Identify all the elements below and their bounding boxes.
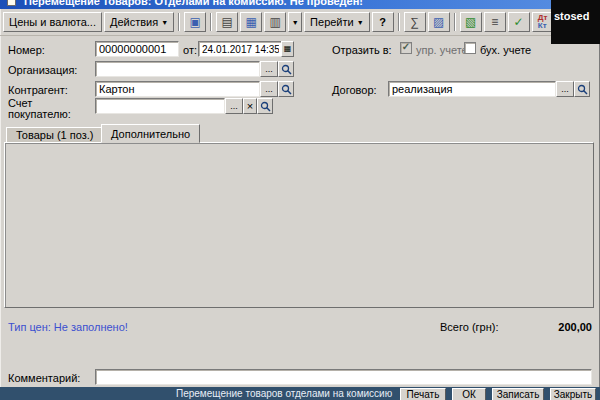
magnifier-icon [281,84,292,95]
price-type-hint[interactable]: Тип цен: Не заполнено! [8,321,128,333]
document-window: Перемещение товаров: Отделами на комисси… [0,0,600,400]
print-form-button[interactable]: ▨ [428,12,450,32]
goto-button[interactable]: Перейти ▼ [304,12,370,32]
invoice-clear-button[interactable]: × [243,98,257,114]
watermark-text: stosed [554,10,589,22]
date-input[interactable] [198,41,294,57]
additional-tab-panel [4,142,594,308]
calendar-button[interactable]: ▦ [281,41,294,57]
help-icon: ? [379,16,386,28]
window-icon [7,0,16,6]
structure-button[interactable]: ▦ [240,12,262,32]
bottom-command-bar: Перемещение товаров отделами на комиссию… [0,387,600,400]
contragent-open-button[interactable] [278,81,294,97]
buh-checkbox[interactable] [464,42,476,54]
window-title: Перемещение товаров: Отделами на комисси… [24,0,363,7]
movements-icon: ▥ [269,16,280,28]
total-value: 200,00 [510,321,592,333]
tab-additional-label: Дополнительно [111,128,190,140]
organization-input[interactable] [95,61,260,77]
toolbar-separator [178,13,180,31]
prices-currency-label: Цены и валюта... [9,16,96,28]
related-icon: ▧ [465,16,476,28]
clear-icon: × [247,100,253,112]
comment-input[interactable] [95,369,592,385]
ok-button[interactable]: ОК [452,388,486,400]
print-button[interactable]: Печать [400,388,446,400]
number-input[interactable] [95,41,179,57]
command-toolbar: Цены и валюта... Действия ▼ ▣ ▤ ▦ ▥ ▼ Пе… [0,9,600,36]
dtkt-icon: Дт Кт [538,14,548,30]
magnifier-icon [260,101,271,112]
ellipsis-icon: ... [265,63,273,75]
date-label: от: [183,44,197,56]
contract-select-button[interactable]: ... [556,81,574,97]
copy-icon: ▣ [189,16,200,28]
chevron-down-icon: ▼ [357,19,364,26]
organization-select-button[interactable]: ... [260,61,278,77]
copy-button[interactable]: ▣ [184,12,206,32]
magnifier-icon [577,84,588,95]
contragent-select-button[interactable]: ... [260,81,278,97]
help-button[interactable]: ? [372,12,394,32]
list-button[interactable]: ≡ [484,12,506,32]
ellipsis-icon: ... [230,100,238,112]
actions-button[interactable]: Действия ▼ [104,12,174,32]
report-icon: ∑ [410,16,419,28]
toolbar-separator [210,13,212,31]
toolbar-separator [454,13,456,31]
close-button-label: Закрыть [554,389,593,400]
save-button[interactable]: Записать [492,388,544,400]
save-button-label: Записать [497,389,540,400]
buh-checkbox-label: бух. учете [480,44,531,56]
invoice-input[interactable] [95,98,225,114]
report-button[interactable]: ∑ [404,12,426,32]
contragent-label: Контрагент: [8,84,68,96]
check-icon: ✓ [514,16,524,28]
chevron-down-icon: ▼ [161,19,168,26]
invoice-label: Счет покупателю: [8,98,90,120]
print-button-label: Печать [407,389,440,400]
chevron-down-icon: ▼ [292,19,299,26]
bottom-bar-caption: Перемещение товаров отделами на комиссию [176,388,392,399]
ellipsis-icon: ... [561,83,569,95]
toolbar-separator [398,13,400,31]
magnifier-icon [281,64,292,75]
kt-label: Кт [538,22,548,30]
checkmark-icon: ✓ [402,42,410,52]
organization-open-button[interactable] [278,61,294,77]
reflect-label: Отразить в: [332,44,392,56]
structure-icon: ▦ [245,16,256,28]
upr-checkbox[interactable]: ✓ [400,42,412,54]
tab-goods-label: Товары (1 поз.) [16,129,93,141]
ok-button-label: ОК [462,389,476,400]
goto-label: Перейти [310,16,354,28]
number-label: Номер: [8,44,45,56]
upr-checkbox-label: упр. учете [416,44,468,56]
window-titlebar: Перемещение товаров: Отделами на комисси… [0,0,600,9]
invoice-select-button[interactable]: ... [225,98,243,114]
reread-icon: ▤ [221,16,232,28]
list-icon: ≡ [491,16,498,28]
close-button[interactable]: Закрыть [550,388,596,400]
contract-label: Договор: [332,84,377,96]
check-button[interactable]: ✓ [508,12,530,32]
contragent-input[interactable] [95,81,260,97]
total-label: Всего (грн): [440,321,499,333]
invoice-open-button[interactable] [257,98,273,114]
comment-label: Комментарий: [8,372,80,384]
actions-label: Действия [110,16,158,28]
print-icon: ▨ [433,16,444,28]
organization-label: Организация: [8,64,77,76]
calendar-icon: ▦ [284,43,292,55]
overlay-corner-block: stosed [551,0,600,44]
related-docs-button[interactable]: ▧ [460,12,482,32]
contract-input[interactable] [388,81,556,97]
tab-additional[interactable]: Дополнительно [101,124,200,143]
prices-currency-button[interactable]: Цены и валюта... [3,12,102,32]
movements-button[interactable]: ▥ [264,12,286,32]
contract-open-button[interactable] [574,81,590,97]
more-actions-button[interactable]: ▼ [288,12,302,32]
reread-button[interactable]: ▤ [216,12,238,32]
tab-goods[interactable]: Товары (1 поз.) [6,127,103,143]
